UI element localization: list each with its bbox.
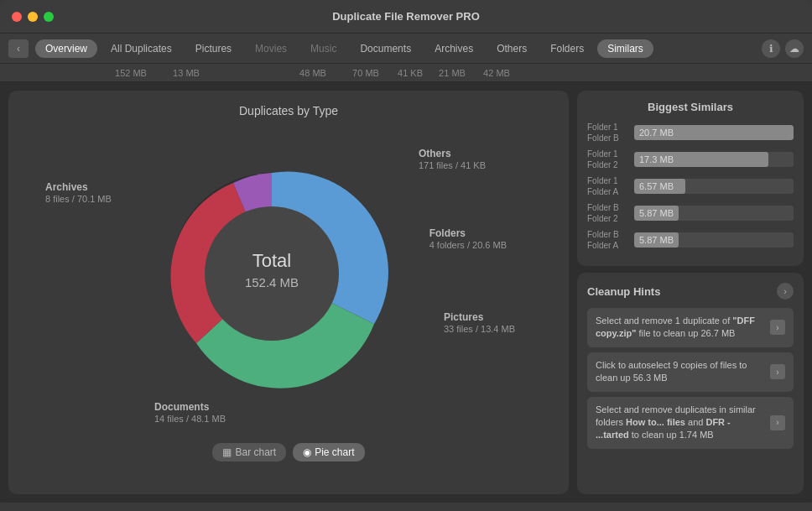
similar-label-1: Folder 1 Folder B: [587, 122, 629, 143]
similar-label-5: Folder B Folder A: [587, 229, 629, 251]
similar-bar-1: 20.7 MB: [634, 125, 794, 140]
hint-arrow-1[interactable]: ›: [770, 320, 785, 335]
similar-bar-text-5: 5.87 MB: [639, 235, 674, 245]
biggest-similars-title: Biggest Similars: [587, 101, 794, 113]
similar-label-2: Folder 1 Folder 2: [587, 149, 629, 170]
donut-total-label: Total: [252, 250, 291, 271]
bar-chart-button[interactable]: ▦ Bar chart: [212, 443, 286, 461]
right-panel: Biggest Similars Folder 1 Folder B 20.7 …: [577, 91, 804, 494]
info-icon[interactable]: ℹ: [762, 39, 780, 58]
close-button[interactable]: [12, 12, 22, 22]
tab-others[interactable]: Others: [487, 39, 537, 58]
similar-bar-text-1: 20.7 MB: [639, 128, 674, 138]
hint-item-3[interactable]: Select and remove duplicates in similar …: [587, 397, 794, 449]
size-pictures: 13 MB: [163, 68, 210, 78]
chart-label-folders: Folders 4 folders / 20.6 MB: [429, 227, 507, 251]
hint-text-2: Click to autoselect 9 copies of files to…: [596, 359, 763, 385]
size-similars: 42 MB: [473, 68, 520, 78]
similar-bar-text-3: 6.57 MB: [639, 181, 674, 191]
similar-row-5[interactable]: Folder B Folder A 5.87 MB: [587, 229, 794, 251]
size-folders: 21 MB: [431, 68, 473, 78]
chart-label-others: Others 171 files / 41 KB: [419, 148, 486, 171]
tab-pictures[interactable]: Pictures: [185, 39, 242, 58]
size-bar: 152 MB 13 MB 48 MB 70 MB 41 KB 21 MB 42 …: [0, 64, 812, 82]
main-content: Duplicates by Type Archives 8 files / 70…: [0, 82, 812, 503]
similar-bar-2: 17.3 MB: [634, 152, 794, 167]
size-documents: 48 MB: [284, 68, 342, 78]
donut-svg: Total 152.4 MB: [138, 139, 406, 408]
similar-bar-3: 6.57 MB: [634, 179, 794, 194]
similar-row-2[interactable]: Folder 1 Folder 2 17.3 MB: [587, 149, 794, 170]
hint-text-3: Select and remove duplicates in similar …: [596, 404, 763, 442]
window-title: Duplicate File Remover PRO: [332, 10, 480, 23]
nav-icons: ℹ ☁: [762, 39, 804, 58]
tab-archives[interactable]: Archives: [424, 39, 483, 58]
hint-text-1: Select and remove 1 duplicate of "DFF co…: [596, 315, 763, 341]
similar-bar-text-4: 5.87 MB: [639, 208, 674, 218]
hint-arrow-3[interactable]: ›: [770, 415, 785, 430]
donut-hole: [205, 206, 339, 341]
tab-folders[interactable]: Folders: [540, 39, 594, 58]
pie-chart-button[interactable]: ◉ Pie chart: [293, 443, 364, 461]
tab-movies[interactable]: Movies: [245, 39, 297, 58]
hint-item-2[interactable]: Click to autoselect 9 copies of files to…: [587, 352, 794, 392]
tab-all-duplicates[interactable]: All Duplicates: [101, 39, 182, 58]
back-button[interactable]: ‹: [8, 39, 29, 58]
tab-music[interactable]: Music: [300, 39, 346, 58]
similar-label-3: Folder 1 Folder A: [587, 175, 629, 197]
minimize-button[interactable]: [28, 12, 38, 22]
similar-label-4: Folder B Folder 2: [587, 202, 629, 224]
donut-chart: Total 152.4 MB: [138, 139, 406, 408]
similar-row-3[interactable]: Folder 1 Folder A 6.57 MB: [587, 175, 794, 197]
similar-row-1[interactable]: Folder 1 Folder B 20.7 MB: [587, 122, 794, 143]
similar-row-4[interactable]: Folder B Folder 2 5.87 MB: [587, 202, 794, 224]
chart-buttons: ▦ Bar chart ◉ Pie chart: [212, 443, 364, 461]
donut-total-value: 152.4 MB: [245, 275, 299, 289]
size-archives: 70 MB: [342, 68, 389, 78]
tab-overview[interactable]: Overview: [35, 39, 97, 58]
cloud-icon[interactable]: ☁: [785, 39, 804, 58]
pie-chart-icon: ◉: [303, 446, 311, 458]
title-bar: Duplicate File Remover PRO: [0, 0, 812, 34]
biggest-similars-panel: Biggest Similars Folder 1 Folder B 20.7 …: [577, 91, 804, 266]
bar-chart-icon: ▦: [222, 446, 232, 458]
chart-label-archives: Archives 8 files / 70.1 MB: [45, 181, 112, 205]
chart-label-pictures: Pictures 33 files / 13.4 MB: [444, 311, 515, 335]
chart-title: Duplicates by Type: [239, 104, 338, 117]
maximize-button[interactable]: [44, 12, 54, 22]
traffic-lights: [12, 12, 54, 22]
cleanup-hints-panel: Cleanup Hints › Select and remove 1 dupl…: [577, 273, 804, 494]
tab-similars[interactable]: Similars: [597, 39, 653, 58]
similar-bar-5: 5.87 MB: [634, 232, 794, 248]
hint-arrow-2[interactable]: ›: [770, 364, 785, 379]
tab-documents[interactable]: Documents: [350, 39, 421, 58]
similar-bar-text-2: 17.3 MB: [639, 154, 674, 164]
size-all-dups: 152 MB: [99, 68, 163, 78]
size-others: 41 KB: [389, 68, 431, 78]
chart-panel: Duplicates by Type Archives 8 files / 70…: [8, 91, 569, 494]
hints-title: Cleanup Hints: [587, 285, 660, 298]
similar-bar-4: 5.87 MB: [634, 206, 794, 221]
hints-nav-button[interactable]: ›: [777, 283, 794, 300]
hints-header: Cleanup Hints ›: [587, 283, 794, 300]
hint-item-1[interactable]: Select and remove 1 duplicate of "DFF co…: [587, 308, 794, 347]
chart-wrapper: Archives 8 files / 70.1 MB Others 171 fi…: [45, 131, 532, 433]
nav-bar: ‹ Overview All Duplicates Pictures Movie…: [0, 34, 812, 64]
